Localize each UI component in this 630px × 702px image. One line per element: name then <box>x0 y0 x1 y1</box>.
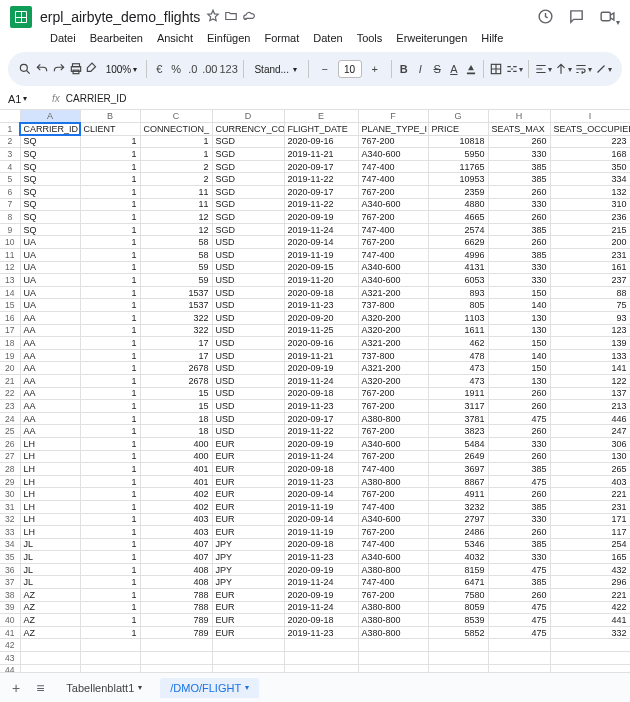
spreadsheet-grid[interactable]: ABCDEFGHI1CARRIER_IDCLIENTCONNECTION_CUR… <box>0 110 630 672</box>
cell-header[interactable]: CONNECTION_ <box>140 123 212 136</box>
cell[interactable]: AZ <box>20 589 80 602</box>
col-header[interactable]: F <box>358 110 428 123</box>
cell[interactable]: EUR <box>212 626 284 639</box>
row-header[interactable]: 31 <box>0 500 20 513</box>
cell[interactable]: 2020-09-17 <box>284 412 358 425</box>
row-header[interactable]: 1 <box>0 123 20 136</box>
cell[interactable]: 400 <box>140 437 212 450</box>
cell[interactable] <box>550 664 630 672</box>
cell[interactable]: LH <box>20 500 80 513</box>
cell[interactable]: 221 <box>550 488 630 501</box>
cell[interactable] <box>428 652 488 665</box>
row-header[interactable]: 9 <box>0 223 20 236</box>
cell[interactable]: AA <box>20 337 80 350</box>
cell[interactable]: 475 <box>488 614 550 627</box>
cell[interactable]: EUR <box>212 463 284 476</box>
cell[interactable]: A340-600 <box>358 148 428 161</box>
cell[interactable]: 1 <box>80 135 140 148</box>
cell[interactable]: 1 <box>80 236 140 249</box>
cell[interactable]: 3117 <box>428 400 488 413</box>
cell[interactable]: A340-600 <box>358 513 428 526</box>
cell[interactable]: USD <box>212 387 284 400</box>
row-header[interactable]: 8 <box>0 211 20 224</box>
cell[interactable]: 165 <box>550 551 630 564</box>
cell[interactable]: 408 <box>140 563 212 576</box>
row-header[interactable]: 13 <box>0 274 20 287</box>
folder-icon[interactable] <box>224 9 238 25</box>
cell[interactable] <box>428 639 488 652</box>
menu-data[interactable]: Daten <box>307 30 348 46</box>
cell[interactable]: SGD <box>212 173 284 186</box>
cell[interactable]: A380-800 <box>358 475 428 488</box>
cell[interactable]: 330 <box>488 198 550 211</box>
col-header[interactable]: G <box>428 110 488 123</box>
cell[interactable]: 2020-09-17 <box>284 186 358 199</box>
cell[interactable]: 1 <box>80 538 140 551</box>
cell[interactable]: 231 <box>550 500 630 513</box>
cell[interactable]: 2019-11-24 <box>284 450 358 463</box>
cell[interactable]: SGD <box>212 160 284 173</box>
cell[interactable]: 2019-11-22 <box>284 198 358 211</box>
cell[interactable]: JPY <box>212 538 284 551</box>
cell[interactable]: EUR <box>212 437 284 450</box>
cell[interactable]: 408 <box>140 576 212 589</box>
cell[interactable]: 2649 <box>428 450 488 463</box>
cell[interactable]: 260 <box>488 387 550 400</box>
more-formats-icon[interactable]: 123 <box>219 58 237 80</box>
cell[interactable]: 1 <box>80 437 140 450</box>
cell[interactable]: 2019-11-22 <box>284 425 358 438</box>
cell[interactable]: 2020-09-18 <box>284 387 358 400</box>
cell[interactable]: SQ <box>20 160 80 173</box>
menu-file[interactable]: Datei <box>44 30 82 46</box>
cell-header[interactable]: CLIENT <box>80 123 140 136</box>
cell[interactable]: 5346 <box>428 538 488 551</box>
cell[interactable]: 737-800 <box>358 349 428 362</box>
cell[interactable]: 1 <box>80 249 140 262</box>
cell[interactable]: 2020-09-18 <box>284 463 358 476</box>
cell[interactable]: 2020-09-19 <box>284 589 358 602</box>
cell[interactable]: 2019-11-23 <box>284 551 358 564</box>
cell[interactable]: AA <box>20 400 80 413</box>
cell[interactable]: 767-200 <box>358 589 428 602</box>
row-header[interactable]: 19 <box>0 349 20 362</box>
halign-icon[interactable]: ▾ <box>534 58 552 80</box>
cell[interactable]: 15 <box>140 400 212 413</box>
cell[interactable]: 3781 <box>428 412 488 425</box>
cell-header[interactable]: PRICE <box>428 123 488 136</box>
cell[interactable]: 2020-09-19 <box>284 211 358 224</box>
row-header[interactable]: 7 <box>0 198 20 211</box>
cell[interactable]: 334 <box>550 173 630 186</box>
row-header[interactable]: 4 <box>0 160 20 173</box>
cell[interactable]: LH <box>20 513 80 526</box>
cell[interactable] <box>20 639 80 652</box>
merge-icon[interactable]: ▾ <box>505 58 523 80</box>
cell[interactable]: 2020-09-14 <box>284 488 358 501</box>
cell[interactable]: USD <box>212 412 284 425</box>
cell[interactable]: AA <box>20 362 80 375</box>
cell[interactable]: 1537 <box>140 299 212 312</box>
cell[interactable]: 306 <box>550 437 630 450</box>
cell-header[interactable]: FLIGHT_DATE <box>284 123 358 136</box>
cell[interactable]: 11765 <box>428 160 488 173</box>
cell[interactable]: 4665 <box>428 211 488 224</box>
cell[interactable] <box>80 639 140 652</box>
cell[interactable]: A380-800 <box>358 601 428 614</box>
cell[interactable]: 1 <box>80 488 140 501</box>
cell[interactable]: 330 <box>488 148 550 161</box>
cell[interactable] <box>284 639 358 652</box>
cell[interactable]: SQ <box>20 173 80 186</box>
cell[interactable]: 385 <box>488 576 550 589</box>
cell[interactable]: 1 <box>80 425 140 438</box>
cell[interactable]: 1 <box>80 148 140 161</box>
cell[interactable]: A340-600 <box>358 261 428 274</box>
cell[interactable]: 17 <box>140 337 212 350</box>
cell[interactable]: 789 <box>140 614 212 627</box>
cell[interactable]: 322 <box>140 312 212 325</box>
row-header[interactable]: 39 <box>0 601 20 614</box>
cell[interactable] <box>140 639 212 652</box>
cell[interactable]: 385 <box>488 223 550 236</box>
cell[interactable]: 475 <box>488 475 550 488</box>
cell[interactable]: 10818 <box>428 135 488 148</box>
cell[interactable]: 2020-09-19 <box>284 437 358 450</box>
row-header[interactable]: 2 <box>0 135 20 148</box>
